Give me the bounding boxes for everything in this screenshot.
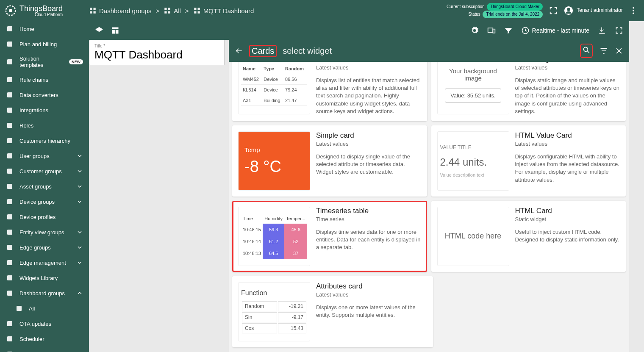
sidebar-item-label: Data converters (19, 92, 83, 98)
sidebar-item-edge-management[interactable]: Edge management (0, 255, 89, 270)
integ-icon (6, 106, 14, 114)
svg-rect-30 (7, 199, 12, 204)
sidebar-item-home[interactable]: Home (0, 21, 89, 36)
gear-icon[interactable] (470, 26, 479, 35)
clock-icon (521, 26, 530, 35)
sidebar-item-user-groups[interactable]: User groups (0, 148, 89, 164)
title-field[interactable]: Title * MQTT Dashboard (89, 40, 225, 65)
search-button[interactable] (580, 44, 593, 58)
layout-icon[interactable] (111, 26, 119, 35)
filter-icon[interactable] (504, 26, 513, 35)
sidebar-item-label: Device groups (19, 199, 70, 205)
widget-subtitle: Latest values (515, 141, 620, 147)
breadcrumb: Dashboard groups > All > MQTT Dashboard (89, 7, 254, 14)
dash-icon (6, 289, 14, 297)
widget-subtitle: Time series (316, 216, 421, 222)
sidebar-item-label: Plan and billing (19, 41, 83, 47)
user-menu[interactable]: Tenant administrator (564, 6, 623, 15)
user-icon (6, 152, 14, 160)
sidebar-item-plan-and-billing[interactable]: Plan and billing (0, 36, 89, 52)
sidebar-item-label: Integrations (19, 107, 83, 114)
widget-description: Displays list of entities that match sel… (316, 77, 421, 115)
widget-title: Attributes card (316, 282, 427, 291)
search-icon (582, 46, 591, 54)
widget-title: HTML Value Card (515, 131, 620, 140)
sidebar-item-widgets-library[interactable]: Widgets Library (0, 270, 89, 285)
svg-rect-35 (7, 275, 12, 280)
layers-icon[interactable] (95, 26, 103, 35)
svg-rect-22 (7, 77, 12, 82)
widget-card-html-card[interactable]: HTML code here HTML Card Static widget U… (431, 201, 626, 272)
svg-rect-13 (197, 11, 200, 14)
conv-icon (6, 91, 14, 99)
title-label: Title * (94, 44, 219, 48)
sidebar-item-asset-groups[interactable]: Asset groups (0, 179, 89, 194)
shield-icon (6, 122, 14, 129)
sidebar-item-rule-chains[interactable]: Rule chains (0, 72, 89, 87)
svg-rect-42 (112, 28, 119, 29)
svg-rect-21 (7, 59, 12, 64)
logo[interactable]: ThingsBoard Cloud Platform (0, 4, 89, 17)
sidebar-item-device-profiles[interactable]: Device profiles (0, 209, 89, 225)
sidebar-item-solution-templates[interactable]: Solution templates NEW (0, 52, 89, 72)
sidebar-item-label: Device profiles (19, 214, 83, 220)
breadcrumb-all[interactable]: All (164, 7, 181, 14)
sidebar-item-white-labeling[interactable]: White Labeling (0, 346, 89, 352)
svg-rect-4 (90, 11, 92, 14)
devices-icon[interactable] (487, 26, 496, 35)
sidebar-item-label: Rule chains (19, 77, 83, 83)
widget-card-timeseries-table[interactable]: TimeHumidityTemper...10:48:1559.345.610:… (232, 201, 427, 272)
sidebar-item-all[interactable]: All (0, 301, 89, 316)
svg-rect-36 (7, 291, 12, 296)
breadcrumb-dashboard-groups[interactable]: Dashboard groups (89, 7, 151, 14)
title-value: MQTT Dashboard (94, 48, 219, 61)
widget-card-label-widget[interactable]: Your background imageValue: 35.52 units.… (431, 62, 626, 121)
sidebar-item-scheduler[interactable]: Scheduler (0, 331, 89, 346)
svg-rect-25 (7, 123, 12, 128)
widget-panel-header: Cards select widget (229, 40, 629, 62)
svg-rect-27 (7, 153, 12, 158)
svg-rect-19 (7, 26, 12, 31)
widget-subtitle: Latest values (316, 291, 427, 298)
sidebar-item-ota-updates[interactable]: OTA updates (0, 316, 89, 331)
account-icon (564, 6, 573, 15)
svg-point-15 (567, 8, 570, 11)
widget-title: HTML Card (515, 207, 620, 215)
sidebar: Home Plan and billing Solution templates… (0, 21, 89, 352)
timewindow-button[interactable]: Realtime - last minute (521, 26, 589, 35)
sidebar-item-edge-groups[interactable]: Edge groups (0, 240, 89, 255)
sidebar-item-label: User groups (19, 153, 70, 159)
sidebar-item-integrations[interactable]: Integrations (0, 103, 89, 118)
home-icon (6, 25, 14, 33)
svg-rect-5 (94, 11, 96, 14)
sidebar-item-label: Entity view groups (19, 229, 70, 236)
fullscreen-icon[interactable] (549, 6, 558, 15)
sidebar-item-customers-hierarchy[interactable]: Customers hierarchy (0, 133, 89, 148)
widget-card-simple-card[interactable]: Temp-8 °C Simple card Latest values Desi… (232, 125, 427, 197)
more-icon[interactable] (629, 6, 638, 15)
sidebar-item-device-groups[interactable]: Device groups (0, 194, 89, 209)
edgemgmt-icon (6, 259, 14, 266)
filter-icon[interactable] (600, 47, 608, 55)
sidebar-item-dashboard-groups[interactable]: Dashboard groups (0, 285, 89, 301)
close-icon[interactable] (615, 47, 623, 55)
svg-rect-31 (7, 214, 12, 219)
subscription-status: Current subscription ThingsBoard Cloud M… (447, 3, 543, 18)
download-icon[interactable] (598, 26, 606, 35)
panel-subtitle: select widget (283, 46, 332, 56)
sidebar-item-label: OTA updates (19, 321, 83, 327)
breadcrumb-current[interactable]: MQTT Dashboard (193, 7, 254, 14)
back-icon[interactable] (235, 47, 243, 55)
sidebar-item-data-converters[interactable]: Data converters (0, 87, 89, 103)
widget-card-html-value-card[interactable]: VALUE TITLE2.44 units.Value description … (431, 125, 626, 197)
widget-subtitle: Latest values (515, 64, 620, 71)
fullscreen-icon[interactable] (615, 26, 623, 35)
svg-rect-34 (7, 260, 12, 265)
sidebar-item-label: Customers hierarchy (19, 138, 83, 144)
sidebar-item-entity-view-groups[interactable]: Entity view groups (0, 225, 89, 240)
sidebar-item-roles[interactable]: Roles (0, 118, 89, 133)
rule-icon (6, 76, 14, 83)
sidebar-item-customer-groups[interactable]: Customer groups (0, 164, 89, 179)
widget-card-attributes-card[interactable]: FunctionRandom-19.21Sin-9.17Cos15.43 Att… (232, 276, 433, 347)
widget-card-entities-table[interactable]: NameTypeRandomWM452Device89.56KL514Devic… (232, 62, 427, 121)
